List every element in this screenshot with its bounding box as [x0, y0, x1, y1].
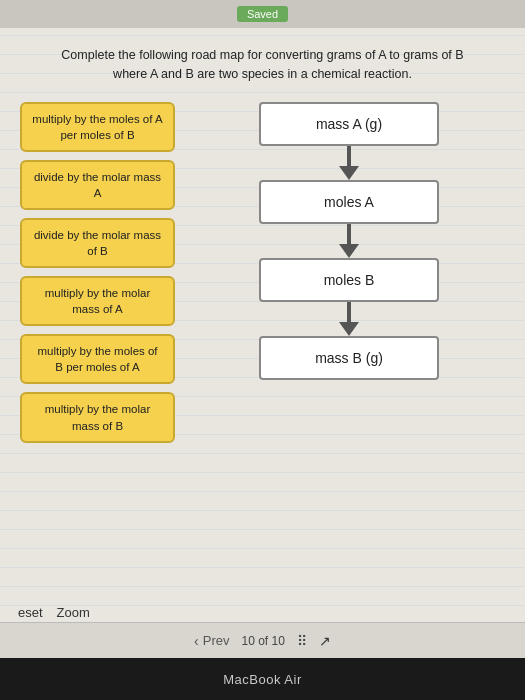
arrow-head-1 [339, 166, 359, 180]
arrow-head-2 [339, 244, 359, 258]
roadmap-box-1: mass A (g) [259, 102, 439, 146]
roadmap-box-2: moles A [259, 180, 439, 224]
bottom-bar: eset Zoom [0, 605, 525, 620]
macbook-label: MacBook Air [223, 672, 301, 687]
arrow-1 [339, 146, 359, 180]
arrow-stem-1 [347, 146, 351, 166]
arrow-head-3 [339, 322, 359, 336]
prev-button[interactable]: ‹ Prev [194, 633, 229, 649]
saved-badge: Saved [237, 6, 288, 22]
option-item-5[interactable]: multiply by the moles of B per moles of … [20, 334, 175, 384]
roadmap-column: mass A (g) moles A moles B [193, 102, 505, 380]
option-item-6[interactable]: multiply by the molar mass of B [20, 392, 175, 442]
option-item-4[interactable]: multiply by the molar mass of A [20, 276, 175, 326]
cursor-icon: ↗ [319, 633, 331, 649]
grid-icon[interactable]: ⠿ [297, 633, 307, 649]
screen: Saved Complete the following road map fo… [0, 0, 525, 700]
instructions-line1: Complete the following road map for conv… [61, 48, 463, 62]
zoom-button[interactable]: Zoom [57, 605, 90, 620]
main-content: Complete the following road map for conv… [0, 28, 525, 453]
option-item-2[interactable]: divide by the molar mass A [20, 160, 175, 210]
instructions-line2: where A and B are two species in a chemi… [113, 67, 412, 81]
reset-button[interactable]: eset [18, 605, 43, 620]
arrow-3 [339, 302, 359, 336]
page-info: 10 of 10 [242, 634, 285, 648]
arrow-2 [339, 224, 359, 258]
macbook-bar: MacBook Air [0, 658, 525, 700]
options-column: multiply by the moles of A per moles of … [20, 102, 175, 443]
top-bar: Saved [0, 0, 525, 28]
roadmap-box-4: mass B (g) [259, 336, 439, 380]
instructions: Complete the following road map for conv… [20, 46, 505, 84]
arrow-stem-2 [347, 224, 351, 244]
chevron-left-icon: ‹ [194, 633, 199, 649]
arrow-stem-3 [347, 302, 351, 322]
option-item-3[interactable]: divide by the molar mass of B [20, 218, 175, 268]
roadmap-box-3: moles B [259, 258, 439, 302]
option-item-1[interactable]: multiply by the moles of A per moles of … [20, 102, 175, 152]
navigation-bar: ‹ Prev 10 of 10 ⠿ ↗ [0, 622, 525, 658]
prev-label: Prev [203, 633, 230, 648]
main-area: multiply by the moles of A per moles of … [20, 102, 505, 443]
